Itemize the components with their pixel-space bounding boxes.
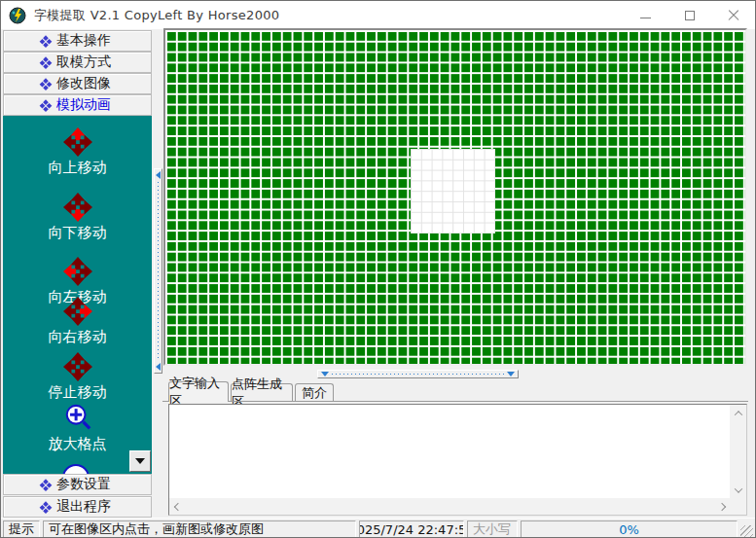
horizontal-splitter[interactable] [317, 370, 519, 378]
collapse-left-icon [156, 171, 161, 179]
window-title: 字模提取 V2.1 CopyLeft By Horse2000 [34, 7, 279, 24]
chevron-left-icon [173, 502, 181, 510]
collapse-down-icon [321, 372, 329, 377]
move-down-button[interactable]: 向下移动 [3, 193, 152, 242]
diamond-icon [43, 56, 49, 62]
tab-text-input[interactable]: 文字输入区 [168, 381, 229, 402]
move-right-label: 向右移动 [49, 328, 107, 346]
vertical-scrollbar[interactable] [730, 405, 746, 498]
arrows-cross-right-highlight-icon [63, 297, 92, 326]
maximize-button[interactable] [667, 1, 711, 29]
tab-dot-matrix[interactable]: 点阵生成区 [231, 383, 293, 402]
diamond-icon [43, 501, 49, 507]
horizontal-scrollbar[interactable] [169, 498, 730, 515]
window-controls [624, 1, 755, 29]
app-window: 字模提取 V2.1 CopyLeft By Horse2000 基本操作 取模方… [0, 0, 756, 538]
sidebar-item-label: 模拟动画 [56, 96, 111, 114]
move-down-label: 向下移动 [49, 224, 107, 242]
zoom-grid-button[interactable]: 放大格点 [3, 404, 152, 453]
minimize-icon [640, 18, 651, 18]
splitter-dotted-line [332, 374, 504, 375]
sidebar-item-sampling-mode[interactable]: 取模方式 [3, 52, 152, 73]
scroll-up-button[interactable] [730, 405, 746, 421]
tab-label: 简介 [302, 384, 327, 402]
pixel-grid-canvas[interactable] [165, 30, 745, 364]
arrows-cross-up-highlight-icon [63, 127, 92, 157]
arrows-cross-down-highlight-icon [63, 193, 92, 222]
text-input-area[interactable] [168, 404, 747, 516]
scroll-more-button[interactable] [129, 450, 151, 472]
chevron-down-icon [734, 484, 741, 492]
vertical-splitter[interactable] [154, 168, 162, 374]
maximize-icon [685, 11, 695, 20]
sidebar-item-exit-program[interactable]: 退出程序 [3, 496, 152, 518]
close-icon [728, 10, 739, 21]
scrollbar-corner [730, 498, 746, 515]
collapse-down-icon [507, 372, 515, 377]
text-input-content[interactable] [171, 407, 728, 496]
diamond-icon [43, 99, 49, 105]
scroll-right-button[interactable] [713, 498, 730, 515]
close-button[interactable] [711, 1, 755, 29]
app-icon [9, 7, 26, 24]
tab-underline [162, 401, 748, 402]
status-datetime: 2025/7/24 22:47:53 [359, 520, 464, 538]
animation-panel: 向上移动 向下移动 向左移动 [3, 116, 152, 474]
move-up-button[interactable]: 向上移动 [3, 127, 152, 177]
arrows-cross-icon [63, 352, 92, 381]
collapse-left-icon [156, 363, 161, 371]
chevron-down-icon [135, 458, 145, 464]
sidebar-item-modify-image[interactable]: 修改图像 [3, 73, 152, 94]
white-square-region[interactable] [411, 149, 495, 233]
minimize-button[interactable] [624, 1, 667, 29]
move-up-label: 向上移动 [49, 159, 107, 177]
sidebar-item-label: 参数设置 [56, 476, 111, 493]
chevron-right-icon [717, 502, 725, 510]
arrows-cross-left-highlight-icon [63, 257, 92, 286]
diamond-icon [43, 78, 49, 84]
status-progress: 0% [521, 520, 738, 538]
scroll-left-button[interactable] [169, 498, 186, 515]
stop-move-label: 停止移动 [49, 383, 107, 402]
resize-grip[interactable] [740, 525, 753, 538]
zoom-grid-label: 放大格点 [49, 435, 107, 453]
grid-frame [163, 28, 747, 366]
sidebar-item-label: 取模方式 [56, 54, 111, 71]
magnifier-plus-icon [63, 404, 92, 433]
stop-move-button[interactable]: 停止移动 [3, 352, 152, 402]
sidebar-item-parameter-settings[interactable]: 参数设置 [3, 474, 152, 495]
sidebar-item-basic-operations[interactable]: 基本操作 [3, 30, 152, 52]
status-label: 提示 [3, 520, 40, 538]
move-right-button[interactable]: 向右移动 [3, 297, 152, 346]
diamond-icon [43, 479, 49, 484]
sidebar-item-label: 退出程序 [56, 498, 111, 516]
sidebar-item-label: 修改图像 [56, 75, 111, 92]
sidebar-item-label: 基本操作 [56, 32, 111, 50]
window-titlebar: 字模提取 V2.1 CopyLeft By Horse2000 [1, 1, 755, 29]
scroll-down-button[interactable] [730, 482, 746, 498]
sidebar-item-simulate-animation[interactable]: 模拟动画 [3, 94, 152, 116]
partial-circle-icon [62, 464, 90, 474]
splitter-dotted-line [158, 182, 159, 360]
status-message: 可在图像区内点击，画新图或修改原图 [43, 520, 356, 538]
diamond-icon [43, 35, 49, 41]
status-case-indicator: 大小写 [467, 520, 518, 538]
chevron-up-icon [734, 411, 741, 418]
status-bar: 提示 可在图像区内点击，画新图或修改原图 2025/7/24 22:47:53 … [1, 518, 755, 538]
tab-intro[interactable]: 简介 [295, 383, 334, 402]
